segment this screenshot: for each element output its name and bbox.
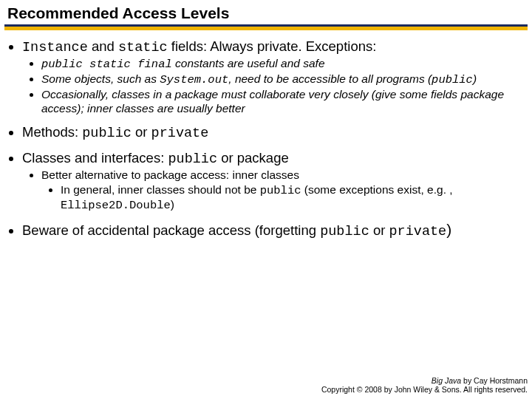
code-public: public [260, 184, 301, 197]
text: Beware of accidental package access (for… [22, 222, 320, 238]
text: or package [217, 150, 289, 166]
code-ellipse2d: Ellipse2D.Double [61, 199, 171, 212]
footer: Big Java by Cay Horstmann Copyright © 20… [321, 376, 528, 395]
text: Better alternative to package access: in… [41, 168, 299, 181]
code-private: private [389, 224, 446, 239]
slide-title: Recommended Access Levels [7, 4, 525, 24]
footer-line1: Big Java by Cay Horstmann [321, 376, 528, 386]
sub-bullet-inner-classes: Better alternative to package access: in… [41, 168, 523, 213]
book-title: Big Java [432, 376, 461, 385]
top-bullets: Instance and static fields: Always priva… [7, 38, 523, 240]
author: by Cay Horstmann [461, 376, 528, 385]
footer-copyright: Copyright © 2008 by John Wiley & Sons. A… [321, 385, 528, 395]
rule-gold [4, 27, 528, 30]
code-public: public [432, 73, 473, 86]
text: ) [473, 72, 477, 85]
sub-bullet-constants: public static final constants are useful… [41, 57, 523, 72]
sub-bullets-1: public static final constants are useful… [22, 57, 523, 116]
code-public-static-final: public static final [41, 58, 172, 71]
bullet-methods: Methods: public or private [22, 123, 523, 142]
text: and [88, 38, 118, 54]
text: Classes and interfaces: [22, 150, 168, 166]
text: or [132, 124, 151, 140]
sub-bullet-collaborate: Occasionally, classes in a package must … [41, 88, 523, 116]
text: Some objects, such as [41, 72, 160, 85]
subsub-bullet-not-public: In general, inner classes should not be … [61, 183, 523, 213]
bullet-beware: Beware of accidental package access (for… [22, 220, 523, 240]
text: fields: Always private. Exceptions: [168, 38, 377, 54]
bullet-classes-interfaces: Classes and interfaces: public or packag… [22, 149, 523, 213]
text: or [369, 222, 389, 238]
code-static: static [118, 40, 168, 55]
sub-bullets-3: Better alternative to package access: in… [22, 168, 523, 213]
code-public: public [82, 126, 132, 141]
bullet-instance-static: Instance and static fields: Always priva… [22, 38, 523, 116]
title-block: Recommended Access Levels [0, 0, 532, 24]
content-area: Instance and static fields: Always priva… [0, 38, 532, 240]
text: ) [171, 198, 174, 211]
text: ) [446, 221, 451, 238]
code-private: private [151, 126, 209, 141]
code-instance: Instance [22, 40, 88, 55]
text: , need to be accessible to all programs … [228, 72, 432, 85]
text: (some exceptions exist, e.g. , [301, 183, 453, 196]
text: constants are useful and safe [172, 57, 325, 69]
code-public: public [320, 224, 369, 239]
sub-bullet-system-out: Some objects, such as System.out, need t… [41, 72, 523, 87]
code-public: public [168, 151, 217, 167]
text: Methods: [22, 124, 82, 140]
subsub-bullets: In general, inner classes should not be … [41, 183, 523, 213]
text: In general, inner classes should not be [61, 183, 260, 196]
code-system-out: System.out [160, 73, 228, 86]
